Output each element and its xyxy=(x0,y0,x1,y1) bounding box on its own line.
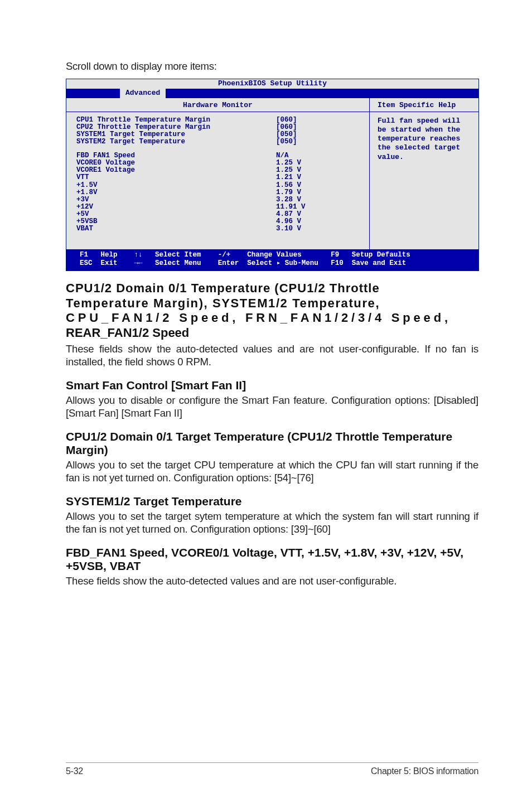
row-label: VTT xyxy=(76,174,276,181)
row-label: VCORE1 Voltage xyxy=(76,167,276,174)
section-body: Allows you to set the target sytem tempe… xyxy=(66,510,478,536)
row-value: 3.28 V xyxy=(276,196,301,204)
section-body: Allows you to disable or configure the S… xyxy=(66,394,478,420)
footer-enter: Enter xyxy=(218,259,248,268)
section-body: These fields show the auto-detected valu… xyxy=(66,575,478,588)
table-row: +12V11.91 V xyxy=(76,204,364,211)
table-row: CPU2 Throttle Temperature Margin[060] xyxy=(76,124,364,131)
section-heading: Smart Fan Control [Smart Fan II] xyxy=(66,379,478,392)
section-heading: SYSTEM1/2 Target Temperature xyxy=(66,495,478,508)
row-value: [050] xyxy=(276,138,297,146)
table-row: VTT1.21 V xyxy=(76,174,364,181)
updown-icon: ↑↓ xyxy=(134,251,156,260)
row-label: VBAT xyxy=(76,225,276,233)
footer-select-sub: Select ▸ Sub-Menu xyxy=(247,259,331,268)
row-label: +12V xyxy=(76,204,276,211)
bios-rows: CPU1 Throttle Temperature Margin[060] CP… xyxy=(66,112,369,247)
footer-f10: F10 xyxy=(331,259,352,268)
footer-f9: F9 xyxy=(331,251,352,260)
row-label: CPU2 Throttle Temperature Margin xyxy=(76,124,276,131)
footer-save-exit: Save and Exit xyxy=(352,259,407,268)
row-value: 3.10 V xyxy=(276,225,301,233)
row-label: SYSTEM1 Target Temperature xyxy=(76,131,276,138)
bios-help-title: Item Specific Help xyxy=(370,98,478,112)
row-label: +5VSB xyxy=(76,218,276,225)
row-label: SYSTEM2 Target Temperature xyxy=(76,138,276,146)
row-label: +5V xyxy=(76,211,276,218)
chapter-label: Chapter 5: BIOS information xyxy=(371,766,478,776)
footer-select-item: Select Item xyxy=(155,251,218,260)
footer-f1: F1 xyxy=(80,251,101,260)
bios-title: PhoenixBIOS Setup Utility xyxy=(66,79,478,89)
bios-panel-title: Hardware Monitor xyxy=(66,98,369,112)
row-value: [050] xyxy=(276,131,297,138)
page-number: 5-32 xyxy=(66,766,83,776)
page-footer: 5-32 Chapter 5: BIOS information xyxy=(66,762,478,776)
table-row: +1.8V1.79 V xyxy=(76,189,364,196)
footer-setup-defaults: Setup Defaults xyxy=(352,251,410,260)
table-row: +1.5V1.56 V xyxy=(76,182,364,189)
bios-help-body: Full fan speed will be started when the … xyxy=(370,112,478,249)
row-label: +3V xyxy=(76,196,276,204)
bios-tabrow: Advanced xyxy=(66,89,478,98)
leftright-icon: →← xyxy=(134,259,156,268)
intro-text: Scroll down to display more items: xyxy=(66,60,478,73)
row-value: 1.79 V xyxy=(276,189,301,196)
footer-change-values: Change Values xyxy=(247,251,331,260)
row-value: [060] xyxy=(276,124,297,131)
section-body: These fields show the auto-detected valu… xyxy=(66,343,478,369)
section-heading: FBD_FAN1 Speed, VCORE0/1 Voltage, VTT, +… xyxy=(66,546,478,573)
table-row: +3V3.28 V xyxy=(76,196,364,204)
footer-exit: Exit xyxy=(101,259,134,268)
footer-help: Help xyxy=(101,251,134,260)
table-row: SYSTEM1 Target Temperature[050] xyxy=(76,131,364,138)
section-heading: CPU1/2 Domain 0/1 Target Temperature (CP… xyxy=(66,430,478,457)
section-body: Allows you to set the target CPU tempera… xyxy=(66,459,478,485)
bios-footer: F1 Help ↑↓ Select Item -/+ Change Values… xyxy=(66,249,478,270)
row-value: 1.56 V xyxy=(276,182,301,189)
table-row: VCORE1 Voltage1.25 V xyxy=(76,167,364,174)
bios-screenshot: PhoenixBIOS Setup Utility Advanced Hardw… xyxy=(66,79,479,271)
footer-pm: -/+ xyxy=(218,251,248,260)
bios-tab-advanced: Advanced xyxy=(120,89,166,98)
footer-select-menu: Select Menu xyxy=(155,259,218,268)
row-value: [060] xyxy=(276,117,297,124)
row-value: 1.21 V xyxy=(276,174,301,181)
footer-esc: ESC xyxy=(80,259,101,268)
table-row: SYSTEM2 Target Temperature[050] xyxy=(76,138,364,146)
table-row: VBAT3.10 V xyxy=(76,225,364,233)
table-row: +5VSB4.96 V xyxy=(76,218,364,225)
row-label: CPU1 Throttle Temperature Margin xyxy=(76,117,276,124)
row-label: +1.8V xyxy=(76,189,276,196)
table-row: +5V4.87 V xyxy=(76,211,364,218)
section-heading: CPU1/2 Domain 0/1 Temperature (CPU1/2 Th… xyxy=(66,281,478,341)
table-row: CPU1 Throttle Temperature Margin[060] xyxy=(76,117,364,124)
row-label: +1.5V xyxy=(76,182,276,189)
